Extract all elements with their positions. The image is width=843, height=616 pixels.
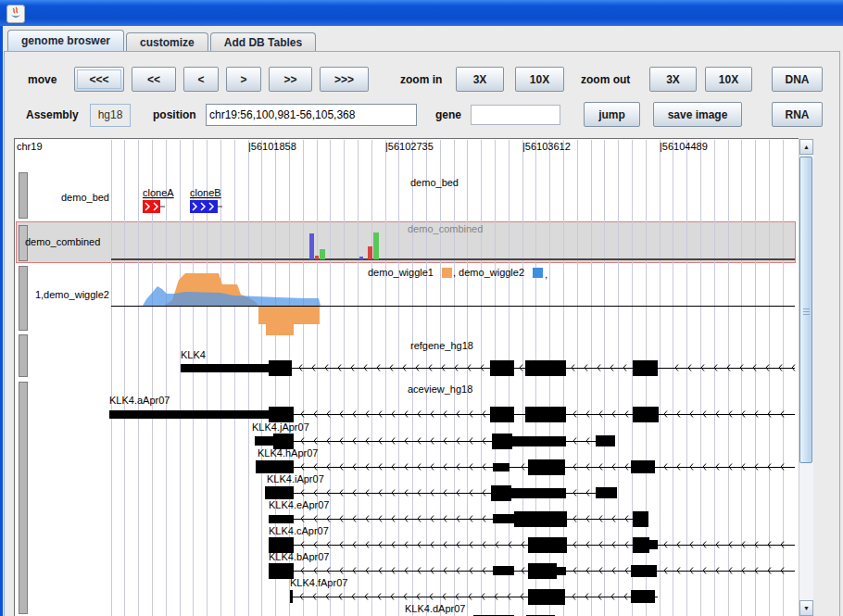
vertical-scrollbar[interactable]: ▲ ▼ (799, 139, 813, 616)
gene-exon (596, 435, 615, 446)
combined-bar (309, 233, 314, 259)
gene-exon (514, 511, 567, 527)
gene-exon (528, 537, 567, 553)
track-label-demo-wiggle: 1,demo_wiggle2 (35, 289, 109, 300)
zoom-out-3x-button[interactable]: 3X (649, 67, 697, 92)
gene-label: KLK4 (181, 349, 206, 360)
gene-exon (255, 436, 273, 446)
ruler-tick-label: |56104489 (660, 141, 708, 152)
bed-feature-label: cloneB (190, 187, 221, 198)
track-title-refgene_hg18: refgene_hg18 (410, 340, 473, 351)
scrollbar-thumb[interactable] (799, 157, 812, 463)
tab-strip: genome broswer customize Add DB Tables (7, 31, 318, 51)
gene-exon (528, 563, 557, 579)
gene-label: KLK4.eApr07 (269, 499, 329, 510)
gene-exon (557, 567, 566, 575)
gene-exon (269, 360, 292, 376)
gene-exon (633, 360, 658, 376)
move-left-button[interactable]: < (183, 67, 219, 92)
assembly-label: Assembly (26, 108, 79, 121)
move-right-button[interactable]: > (226, 67, 261, 92)
gene-exon (493, 514, 514, 523)
gene-exon (528, 589, 565, 605)
browser-canvas[interactable]: chr19|56101858|56102735|56103612|5610448… (14, 138, 799, 616)
window-left-border (0, 26, 3, 616)
gene-exon (631, 590, 655, 603)
zoom-out-10x-button[interactable]: 10X (705, 67, 752, 92)
selected-track-highlight (16, 221, 795, 262)
gene-exon (528, 459, 565, 475)
gene-exon (631, 565, 657, 577)
java-icon (6, 5, 25, 23)
scroll-down-button[interactable]: ▼ (799, 600, 813, 616)
scroll-up-button[interactable]: ▲ (799, 139, 813, 155)
zoom-out-label: zoom out (581, 73, 630, 86)
wiggle-legend-label: demo_wiggle1 (368, 267, 434, 278)
chromosome-label: chr19 (17, 141, 43, 152)
gene-exon (631, 460, 655, 473)
track-title-aceview_hg18: aceview_hg18 (408, 383, 472, 395)
position-label: position (153, 108, 196, 121)
genome-browser-window: genome broswer customize Add DB Tables m… (0, 0, 843, 616)
move-label: move (28, 73, 57, 86)
gene-exon (290, 590, 293, 603)
gene-model-KLK4.jApr07[interactable]: KLK4.jApr07 (252, 421, 615, 449)
track-handle[interactable] (19, 172, 27, 218)
gene-label: gene (435, 108, 461, 121)
track-handle[interactable] (19, 382, 27, 613)
gene-model-KLK4[interactable]: KLK4 (181, 349, 795, 376)
gene-model-KLK4.fApr07[interactable]: KLK4.fApr07 (290, 577, 658, 605)
tab-genome-browser[interactable]: genome broswer (7, 30, 124, 51)
combined-bar (359, 257, 363, 259)
zoom-in-10x-button[interactable]: 10X (515, 67, 564, 92)
gene-model-KLK4.cApr07[interactable]: KLK4.cApr07 (269, 525, 795, 553)
tab-add-db-tables[interactable]: Add DB Tables (210, 32, 316, 51)
window-titlebar[interactable] (0, 0, 843, 26)
gene-exon (269, 537, 294, 553)
gene-model-KLK4.dApr07[interactable]: KLK4.dApr07 (405, 603, 555, 616)
zoom-in-label: zoom in (400, 73, 442, 86)
combined-bar (320, 249, 325, 259)
gene-exon (596, 487, 617, 498)
dna-button[interactable]: DNA (772, 67, 823, 92)
wiggle-legend-label: , demo_wiggle2 (453, 267, 524, 278)
gene-input[interactable] (471, 105, 560, 125)
wiggle-legend-swatch (533, 268, 543, 278)
gene-label: KLK4.hApr07 (258, 447, 318, 459)
track-handle[interactable] (19, 334, 27, 376)
gene-exon (265, 486, 294, 499)
combined-bar (373, 233, 379, 259)
gene-model-KLK4.iApr07[interactable]: KLK4.iApr07 (265, 473, 617, 501)
gene-exon (633, 511, 648, 527)
position-input[interactable] (206, 104, 417, 126)
gene-exon (493, 566, 514, 575)
tab-customize[interactable]: customize (126, 32, 208, 51)
gene-label: KLK4.aApr07 (109, 395, 170, 406)
ruler-tick-label: |56102735 (385, 141, 434, 152)
gene-model-KLK4.bApr07[interactable]: KLK4.bApr07 (269, 551, 795, 579)
gene-exon (269, 515, 294, 523)
rna-button[interactable]: RNA (772, 102, 823, 127)
track-label-demo-combined: demo_combined (25, 236, 100, 247)
jump-button[interactable]: jump (584, 102, 640, 127)
gene-exon (109, 410, 269, 419)
move-far-left-button[interactable]: <<< (74, 67, 124, 92)
gene-exon (490, 360, 514, 376)
gene-exon (633, 407, 659, 422)
gene-exon (273, 434, 294, 449)
gene-exon (256, 460, 294, 473)
combined-bar (368, 246, 372, 259)
move-left-2-button[interactable]: << (132, 67, 176, 92)
assembly-value[interactable]: hg18 (90, 104, 131, 127)
move-far-right-button[interactable]: >>> (320, 67, 369, 92)
gene-exon (511, 488, 566, 498)
move-right-2-button[interactable]: >> (269, 67, 312, 92)
gene-model-KLK4.aApr07[interactable]: KLK4.aApr07 (109, 395, 795, 422)
scrollbar-grip (803, 308, 810, 309)
track-handle[interactable] (19, 266, 27, 330)
zoom-in-3x-button[interactable]: 3X (456, 67, 504, 92)
gene-exon (181, 364, 269, 372)
save-image-button[interactable]: save image (653, 102, 742, 127)
gene-exon (512, 436, 566, 446)
gene-exon (525, 360, 566, 376)
